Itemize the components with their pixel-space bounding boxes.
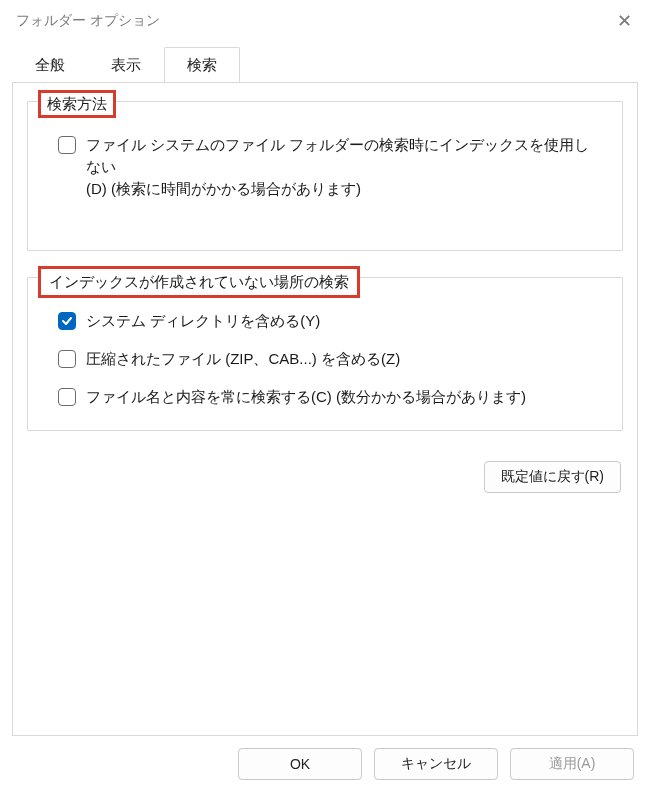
checkbox-noindex-label-line2: (D) (検索に時間がかかる場合があります) xyxy=(86,178,604,200)
checkbox-sysdir-label: システム ディレクトリを含める(Y) xyxy=(86,310,320,332)
checkbox-row-sysdir[interactable]: システム ディレクトリを含める(Y) xyxy=(40,304,610,338)
tab-strip: 全般 表示 検索 xyxy=(0,42,650,82)
checkbox-content-label: ファイル名と内容を常に検索する(C) (数分かかる場合があります) xyxy=(86,386,526,408)
tab-view-label: 表示 xyxy=(111,56,141,73)
legend-search-method-text: 検索方法 xyxy=(47,95,107,112)
checkbox-row-zip[interactable]: 圧縮されたファイル (ZIP、CAB...) を含める(Z) xyxy=(40,342,610,376)
restore-defaults-button[interactable]: 既定値に戻す(R) xyxy=(484,461,621,493)
checkbox-zip[interactable] xyxy=(58,350,76,368)
checkbox-zip-label: 圧縮されたファイル (ZIP、CAB...) を含める(Z) xyxy=(86,348,400,370)
tab-search[interactable]: 検索 xyxy=(164,47,240,83)
checkbox-noindex-label-line1: ファイル システムのファイル フォルダーの検索時にインデックスを使用しない xyxy=(86,136,589,175)
checkbox-sysdir[interactable] xyxy=(58,312,76,330)
legend-search-method: 検索方法 xyxy=(38,90,116,118)
tab-panel-search: 検索方法 ファイル システムのファイル フォルダーの検索時にインデックスを使用し… xyxy=(12,82,638,736)
apply-button[interactable]: 適用(A) xyxy=(510,748,634,780)
restore-defaults-row: 既定値に戻す(R) xyxy=(27,457,623,493)
tab-view[interactable]: 表示 xyxy=(88,47,164,83)
checkbox-noindex[interactable] xyxy=(58,136,76,154)
titlebar: フォルダー オプション ✕ xyxy=(0,0,650,42)
group-search-method: 検索方法 ファイル システムのファイル フォルダーの検索時にインデックスを使用し… xyxy=(27,101,623,251)
check-icon xyxy=(61,315,73,327)
tab-general[interactable]: 全般 xyxy=(12,47,88,83)
legend-nonindexed: インデックスが作成されていない場所の検索 xyxy=(38,266,360,298)
tab-search-label: 検索 xyxy=(187,56,217,73)
legend-nonindexed-text: インデックスが作成されていない場所の検索 xyxy=(49,273,349,290)
ok-button[interactable]: OK xyxy=(238,748,362,780)
cancel-button[interactable]: キャンセル xyxy=(374,748,498,780)
checkbox-content[interactable] xyxy=(58,388,76,406)
window-title: フォルダー オプション xyxy=(16,12,160,30)
dialog-button-row: OK キャンセル 適用(A) xyxy=(0,736,650,792)
group-nonindexed-locations: インデックスが作成されていない場所の検索 システム ディレクトリを含める(Y) … xyxy=(27,277,623,431)
tab-general-label: 全般 xyxy=(35,56,65,73)
checkbox-row-content[interactable]: ファイル名と内容を常に検索する(C) (数分かかる場合があります) xyxy=(40,380,610,414)
checkbox-row-noindex[interactable]: ファイル システムのファイル フォルダーの検索時にインデックスを使用しない (D… xyxy=(40,128,610,206)
close-icon[interactable]: ✕ xyxy=(610,10,638,32)
checkbox-noindex-label: ファイル システムのファイル フォルダーの検索時にインデックスを使用しない (D… xyxy=(86,134,604,200)
